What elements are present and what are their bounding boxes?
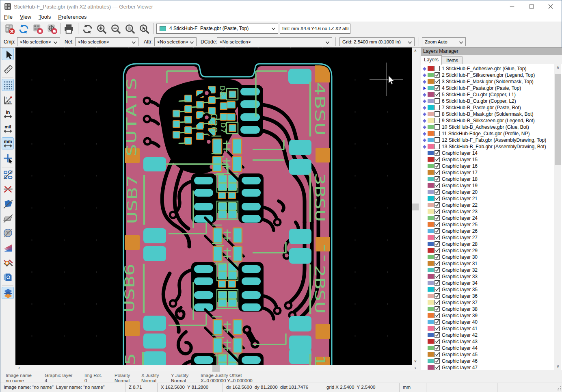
layer-row[interactable]: Graphic layer 19 <box>421 182 562 189</box>
layer-row[interactable]: 12 StickHub-F_Fab.gbr (AssemblyDrawing, … <box>421 137 562 143</box>
layer-row[interactable]: Graphic layer 21 <box>421 195 562 202</box>
layer-row[interactable]: Graphic layer 33 <box>421 273 562 280</box>
layer-row[interactable]: 10 StickHub-B_Adhesive.gbr (Glue, Bot) <box>421 124 562 130</box>
open-gerber-file-button[interactable] <box>32 23 43 35</box>
diff-mode-button[interactable] <box>2 241 14 253</box>
show-dcodes-button[interactable]: 01 <box>2 227 14 239</box>
layer-visibility-checkbox[interactable] <box>434 293 440 299</box>
net-select[interactable]: <No selection> <box>75 37 138 46</box>
layer-visibility-checkbox[interactable] <box>434 85 440 91</box>
layer-visibility-checkbox[interactable] <box>434 267 440 273</box>
layer-row[interactable]: 9 StickHub-B_Silkscreen.gbr (Legend, Bot… <box>421 117 562 124</box>
layer-visibility-checkbox[interactable] <box>434 131 440 136</box>
layer-visibility-checkbox[interactable] <box>434 196 440 201</box>
layer-row[interactable]: Graphic layer 37 <box>421 299 562 306</box>
layer-visibility-checkbox[interactable] <box>434 222 440 227</box>
measure-tool-button[interactable] <box>2 63 14 75</box>
layer-row[interactable]: Graphic layer 40 <box>421 319 562 325</box>
layer-row[interactable]: Graphic layer 24 <box>421 215 562 221</box>
scrollbar-thumb[interactable] <box>412 204 419 210</box>
layer-row[interactable]: Graphic layer 38 <box>421 306 562 312</box>
layer-visibility-checkbox[interactable] <box>434 306 440 312</box>
layer-visibility-checkbox[interactable] <box>434 118 440 123</box>
grid-select[interactable]: Grid: 2.5400 mm (0.1000 in) <box>339 37 415 46</box>
layer-visibility-checkbox[interactable] <box>434 79 440 84</box>
layer-row[interactable]: 6 StickHub-B_Cu.gbr (Copper, L2) <box>421 98 562 104</box>
grid-toggle-button[interactable] <box>2 79 14 91</box>
layer-row[interactable]: 11 StickHub-Edge_Cuts.gbr (Profile, NP) <box>421 130 562 137</box>
layer-visibility-checkbox[interactable] <box>434 345 440 351</box>
layer-visibility-checkbox[interactable] <box>434 105 440 110</box>
layer-visibility-checkbox[interactable] <box>434 254 440 260</box>
scrollbar-thumb[interactable] <box>212 365 220 372</box>
layer-row[interactable]: Graphic layer 47 <box>421 364 562 370</box>
polar-coordinates-button[interactable]: θr <box>2 93 14 106</box>
scroll-down-arrow[interactable]: ∨ <box>554 363 562 370</box>
zoom-out-button[interactable] <box>110 23 121 35</box>
menu-file[interactable]: File <box>0 13 16 22</box>
layer-row[interactable]: Graphic layer 15 <box>421 156 562 163</box>
menu-view[interactable]: View <box>16 13 35 22</box>
sketch-polygons-button[interactable] <box>2 197 14 210</box>
layer-visibility-checkbox[interactable] <box>434 72 440 78</box>
scroll-down-arrow[interactable]: ∨ <box>412 358 419 365</box>
show-negative-objects-button[interactable] <box>2 212 14 224</box>
layer-visibility-checkbox[interactable] <box>434 170 440 175</box>
dcode-select[interactable]: <No selection> <box>217 37 332 46</box>
canvas-horizontal-scrollbar[interactable]: ‹› <box>15 365 419 372</box>
scroll-right-arrow[interactable]: › <box>412 365 419 372</box>
menu-tools[interactable]: Tools <box>35 13 54 22</box>
scrollbar-thumb[interactable] <box>555 74 561 165</box>
layer-row[interactable]: 7 StickHub-B_Paste.gbr (Paste, Bot) <box>421 104 562 111</box>
layer-visibility-checkbox[interactable] <box>434 352 440 357</box>
layer-row[interactable]: Graphic layer 26 <box>421 228 562 234</box>
layer-visibility-checkbox[interactable] <box>434 209 440 214</box>
redraw-view-button[interactable] <box>82 23 93 35</box>
layer-row[interactable]: Graphic layer 18 <box>421 176 562 182</box>
layer-visibility-checkbox[interactable] <box>434 176 440 182</box>
select-tool-button[interactable] <box>2 48 14 60</box>
layer-row[interactable]: Graphic layer 45 <box>421 351 562 358</box>
layer-visibility-checkbox[interactable] <box>434 137 440 143</box>
sketch-flashed-items-button[interactable] <box>2 168 14 180</box>
layer-row[interactable]: 5 StickHub-F_Cu.gbr (Copper, L1) <box>421 91 562 98</box>
layer-row[interactable]: Graphic layer 25 <box>421 221 562 228</box>
layer-row[interactable]: Graphic layer 46 <box>421 358 562 364</box>
sketch-lines-button[interactable] <box>2 183 14 195</box>
layer-row[interactable]: Graphic layer 28 <box>421 241 562 247</box>
layer-visibility-checkbox[interactable] <box>434 157 440 162</box>
layer-row[interactable]: 3 StickHub-F_Mask.gbr (Soldermask, Top) <box>421 78 562 85</box>
layer-visibility-checkbox[interactable] <box>434 144 440 149</box>
layer-row[interactable]: Graphic layer 20 <box>421 189 562 195</box>
layer-row[interactable]: 1 StickHub-F_Adhesive.gbr (Glue, Top) <box>421 65 562 72</box>
scroll-left-arrow[interactable]: ‹ <box>15 365 23 372</box>
layer-visibility-checkbox[interactable] <box>434 274 440 279</box>
scroll-up-arrow[interactable]: ∧ <box>554 64 562 71</box>
layer-visibility-checkbox[interactable] <box>434 92 440 97</box>
cursor-shape-button[interactable] <box>2 152 14 164</box>
layer-visibility-checkbox[interactable] <box>434 124 440 130</box>
close-button[interactable] <box>541 0 560 13</box>
layer-visibility-checkbox[interactable] <box>434 215 440 221</box>
layer-row[interactable]: Graphic layer 23 <box>421 208 562 215</box>
units-inches-button[interactable]: in <box>2 108 14 120</box>
layer-row[interactable]: Graphic layer 42 <box>421 332 562 338</box>
zoom-to-selection-button[interactable] <box>138 23 150 35</box>
menu-preferences[interactable]: Preferences <box>54 13 90 22</box>
layer-visibility-checkbox[interactable] <box>434 228 440 234</box>
layer-visibility-checkbox[interactable] <box>434 326 440 331</box>
cmp-select[interactable]: <No selection> <box>17 37 60 46</box>
layer-visibility-checkbox[interactable] <box>434 339 440 344</box>
reload-all-layers-button[interactable] <box>18 23 29 35</box>
layer-row[interactable]: Graphic layer 36 <box>421 293 562 299</box>
layer-row[interactable]: Graphic layer 43 <box>421 338 562 345</box>
minimize-button[interactable] <box>503 0 521 13</box>
xor-mode-button[interactable] <box>2 256 14 268</box>
layer-list-scrollbar[interactable]: ∧∨ <box>554 64 561 370</box>
layer-visibility-checkbox[interactable] <box>434 365 440 370</box>
layer-visibility-checkbox[interactable] <box>434 280 440 286</box>
layer-visibility-checkbox[interactable] <box>434 98 440 104</box>
layer-visibility-checkbox[interactable] <box>434 189 440 195</box>
attr-select[interactable]: <No selection> <box>154 37 197 46</box>
layer-row[interactable]: Graphic layer 32 <box>421 267 562 273</box>
